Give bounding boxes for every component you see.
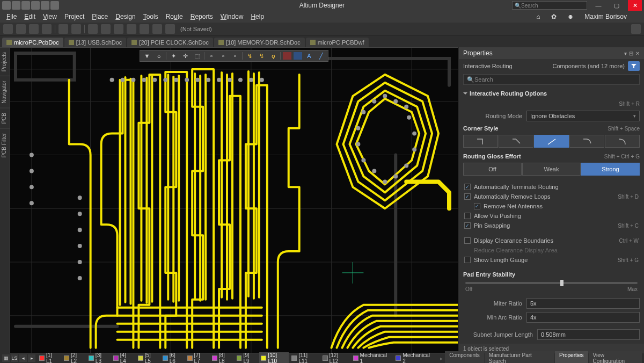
tb-icon[interactable] [12,1,20,10]
layer-chip[interactable]: [3] L3 [87,352,111,363]
tool-btn[interactable] [3,24,13,34]
layer-chip[interactable]: [1] L1 [38,352,61,363]
tool-btn[interactable] [140,24,149,34]
checkbox-icon[interactable] [464,184,471,190]
gloss-strong-btn[interactable]: Strong [581,163,640,176]
canvas-tool[interactable]: ✛ [180,52,190,60]
miter-input[interactable]: 5x [526,298,640,309]
menu-design[interactable]: Design [112,12,138,21]
panel-close-icon[interactable]: ✕ [635,50,640,56]
gloss-off-btn[interactable]: Off [463,163,522,176]
tool-btn[interactable] [42,24,52,34]
tool-btn[interactable] [127,24,136,34]
minarc-input[interactable]: 4x [526,312,640,323]
tb-icon[interactable] [41,1,49,10]
menu-file[interactable]: File [3,12,20,21]
minimize-btn[interactable]: — [591,0,605,11]
layer-chip[interactable]: [5] L5 [136,352,160,363]
checkbox-icon[interactable] [474,203,480,209]
home-icon[interactable]: ⌂ [533,12,543,21]
tb-icon[interactable] [31,1,40,10]
corner-arc90-btn[interactable] [605,135,640,148]
layer-chip[interactable]: [9] L9 [235,352,259,363]
layer-chip[interactable]: [2] L2 [62,352,86,363]
canvas-tool[interactable]: ϙ [268,52,278,60]
status-tab[interactable]: View Configuration [589,351,642,363]
pad-stability-slider[interactable] [459,280,644,286]
menu-route[interactable]: Route [163,12,186,21]
status-tab[interactable]: Properties [555,351,588,363]
corner-90-btn[interactable] [463,135,498,148]
tool-btn[interactable] [165,24,175,34]
canvas-tool[interactable]: ╱ [316,52,326,60]
nav-next[interactable]: ▸ [440,355,443,361]
gear-icon[interactable]: ✿ [548,12,560,21]
user-icon[interactable]: ☻ [564,12,577,21]
panel-search[interactable]: 🔍 Search [463,74,640,85]
layer-chip[interactable]: Mechanical 1 [352,352,393,363]
filter-icon[interactable] [628,61,640,71]
layer-chip[interactable]: Mechanical 2 [394,352,436,363]
close-btn[interactable]: ✕ [628,0,642,11]
check-row[interactable]: Allow Via Pushing [459,211,644,221]
global-search[interactable]: 🔍 Search [512,1,587,10]
layer-chip[interactable]: [10] L10 [259,352,289,363]
maximize-btn[interactable]: ▢ [610,0,624,11]
subnet-input[interactable]: 0.508mm [537,329,640,340]
side-tab-pcb[interactable]: PCB [0,108,10,128]
filter-label[interactable]: Components (and 12 more) [552,63,625,69]
gloss-weak-btn[interactable]: Weak [522,163,581,176]
menu-project[interactable]: Project [61,12,87,21]
tool-btn[interactable] [58,24,68,34]
canvas-tool[interactable]: ↯ [245,52,254,60]
side-tab-pcbfilter[interactable]: PCB Filter [0,128,10,162]
check-row[interactable]: Show Length GaugeShift + G [459,255,644,265]
layer-chip[interactable]: [11] L11 [290,352,319,363]
nav-prev[interactable]: ▸ [28,354,35,362]
layer-chip[interactable]: [7] L7 [186,352,209,363]
tool-btn[interactable] [114,24,123,34]
menu-edit[interactable]: Edit [21,12,39,21]
doc-tab[interactable]: microPC.PcbDoc [2,38,63,47]
checkbox-icon[interactable] [464,213,471,219]
tb-icon[interactable] [21,1,30,10]
layer-chip[interactable]: [8] L8 [210,352,234,363]
canvas-tool[interactable] [283,52,291,60]
tool-btn[interactable] [101,24,111,34]
nav-first[interactable]: ◂ [19,354,27,362]
tool-btn[interactable] [152,24,162,34]
corner-any-btn[interactable] [534,135,569,148]
user-name[interactable]: Maxim Borisov [581,12,630,21]
menu-tools[interactable]: Tools [140,12,162,21]
check-row[interactable]: Remove Net Antennas [459,201,644,211]
menu-place[interactable]: Place [89,12,111,21]
side-tab-navigator[interactable]: Navigator [0,76,10,108]
tool-btn[interactable] [29,24,39,34]
canvas-tool[interactable]: ▼ [142,52,152,60]
checkbox-icon[interactable] [464,257,471,263]
check-row[interactable]: Pin SwappingShift + C [459,221,644,230]
panel-pin-icon[interactable]: ⊟ [629,50,633,56]
check-row[interactable]: Display Clearance BoundariesCtrl + W [459,236,644,245]
menu-window[interactable]: Window [217,12,247,21]
canvas-tool[interactable]: ⎐ [154,52,164,60]
canvas-tool[interactable]: ↯ [257,52,266,60]
check-row[interactable]: Automatically Terminate Routing [459,182,644,192]
layer-chip[interactable]: [6] L6 [161,352,185,363]
corner-45-btn[interactable] [499,135,533,148]
corner-arc45-btn[interactable] [569,135,604,148]
menu-view[interactable]: View [40,12,60,21]
check-row[interactable]: Automatically Remove LoopsShift + D [459,192,644,201]
canvas-tool[interactable] [294,52,302,60]
canvas-tool[interactable]: ▫ [230,52,240,60]
tool-btn[interactable] [16,24,26,34]
tool-btn[interactable] [88,24,98,34]
canvas-tool[interactable]: ▫ [207,52,216,60]
checkbox-icon[interactable] [464,222,471,229]
doc-tab[interactable]: [20] PCIE CLOCK.SchDoc [127,38,213,47]
ls-chip[interactable]: LS [11,354,18,362]
canvas-tool[interactable]: A [304,52,314,60]
doc-tab[interactable]: microPC.PCBDwf [306,38,369,47]
side-tab-projects[interactable]: Projects [0,47,10,76]
routing-mode-dropdown[interactable]: Ignore Obstacles [526,111,640,121]
